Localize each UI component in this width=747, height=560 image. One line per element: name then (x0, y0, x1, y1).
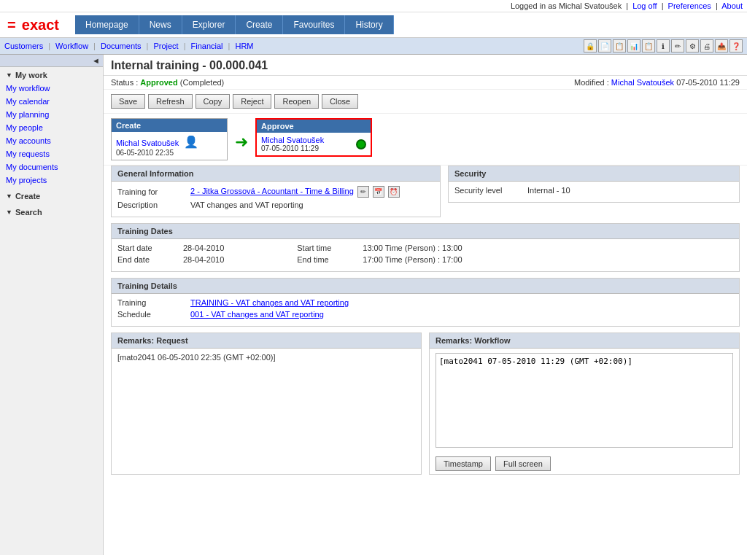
tb-icon-7[interactable]: ✏ (671, 39, 684, 52)
training-details-header: Training Details (112, 279, 739, 294)
description-label: Description (117, 201, 190, 209)
start-time-value: 13:00 Time (Person) : 13:00 (363, 244, 462, 252)
second-toolbar: Customers | Workflow | Documents | Proje… (0, 38, 747, 55)
tb-icon-6[interactable]: ℹ (657, 39, 670, 52)
remarks-workflow-panel: Remarks: Workflow Timestamp Full screen (429, 332, 740, 475)
remarks-workflow-body (430, 349, 739, 454)
calendar-icon[interactable]: 📅 (373, 186, 384, 198)
end-date-value: 28-04-2010 (183, 255, 224, 264)
security-header: Security (449, 166, 739, 182)
modified-date: 07-05-2010 11:29 (676, 78, 740, 87)
timestamp-button[interactable]: Timestamp (436, 456, 491, 471)
log-off-link[interactable]: Log off (632, 1, 657, 10)
training-name-link[interactable]: TRAINING - VAT changes and VAT reporting (190, 298, 349, 307)
sidebar-toggle[interactable]: ◄ (0, 55, 103, 67)
main-nav: Homepage News Explorer Create Favourites… (75, 15, 394, 34)
preferences-link[interactable]: Preferences (668, 1, 711, 10)
sidebar-item-my-workflow[interactable]: My workflow (0, 82, 103, 95)
sidebar-search-section: ▼ Search (0, 204, 103, 220)
dates-right: Start time 13:00 Time (Person) : 13:00 E… (297, 244, 462, 267)
save-button[interactable]: Save (111, 94, 145, 109)
sidebar-create-header[interactable]: ▼ Create (0, 190, 103, 203)
description-row: Description VAT changes and VAT reportin… (117, 201, 434, 209)
sidebar-item-my-documents[interactable]: My documents (0, 160, 103, 174)
remarks-request-body: [mato2041 06-05-2010 22:35 (GMT +02:00)] (112, 349, 421, 436)
approve-person-link[interactable]: Michal Svatoušek (261, 136, 324, 144)
logged-in-text: Logged in as Michal Svatoušek (511, 1, 622, 10)
edit-icon[interactable]: ✏ (357, 186, 369, 198)
training-dates-grid: Start date 28-04-2010 End date 28-04-201… (117, 244, 733, 267)
remarks-request-panel: Remarks: Request [mato2041 06-05-2010 22… (111, 332, 422, 475)
workflow-approve-person[interactable]: Michal Svatoušek (261, 136, 324, 144)
create-person-link[interactable]: Michal Svatoušek (116, 139, 179, 147)
general-security-row: General Information Training for 2 - Jit… (111, 166, 740, 217)
training-details-body: Training TRAINING - VAT changes and VAT … (112, 294, 739, 326)
person-icon: 👤 (184, 136, 198, 148)
end-time-value: 17:00 Time (Person) : 17:00 (363, 255, 462, 264)
tb-icon-1[interactable]: 🔒 (584, 39, 597, 52)
schedule-row: Schedule 001 - VAT changes and VAT repor… (117, 310, 733, 319)
create-label: Create (15, 192, 40, 201)
modified-by-link[interactable]: Michal Svatoušek (611, 78, 674, 87)
workflow-approve-date: 07-05-2010 11:29 (261, 144, 324, 152)
sidebar-item-my-people[interactable]: My people (0, 121, 103, 134)
documents-link[interactable]: Documents (101, 42, 142, 50)
logo-symbol: = (7, 17, 16, 33)
sidebar-my-work-header[interactable]: ▼ My work (0, 69, 103, 82)
nav-history[interactable]: History (345, 15, 393, 34)
close-button[interactable]: Close (322, 94, 358, 109)
refresh-button[interactable]: Refresh (148, 94, 193, 109)
remarks-workflow-textarea[interactable] (436, 353, 733, 448)
reject-button[interactable]: Reject (233, 94, 271, 109)
tb-icon-3[interactable]: 📋 (613, 39, 626, 52)
about-link[interactable]: About (721, 1, 743, 10)
nav-create[interactable]: Create (236, 15, 283, 34)
start-date-value: 28-04-2010 (183, 244, 224, 252)
project-link[interactable]: Project (153, 42, 178, 50)
tb-icon-4[interactable]: 📊 (627, 39, 640, 52)
status-left: Status : Approved (Completed) (111, 78, 224, 87)
general-info-section: General Information Training for 2 - Jit… (111, 166, 441, 217)
training-name-row: Training TRAINING - VAT changes and VAT … (117, 298, 733, 307)
tb-icon-5[interactable]: 📋 (642, 39, 655, 52)
sidebar-item-my-projects[interactable]: My projects (0, 174, 103, 187)
general-info-panel: General Information Training for 2 - Jit… (111, 166, 441, 217)
sep2: | (662, 1, 664, 10)
workflow-create-person[interactable]: Michal Svatoušek 👤 (116, 135, 222, 149)
tb-icon-8[interactable]: ⚙ (686, 39, 699, 52)
financial-link[interactable]: Financial (191, 42, 223, 50)
nav-explorer[interactable]: Explorer (182, 15, 236, 34)
sidebar-item-my-accounts[interactable]: My accounts (0, 134, 103, 147)
training-name-label: Training (117, 298, 190, 307)
training-for-link[interactable]: 2 - Jitka Grossová - Acountant - Time & … (190, 187, 354, 195)
copy-button[interactable]: Copy (196, 94, 231, 109)
workflow-link[interactable]: Workflow (55, 42, 88, 50)
sidebar-item-my-requests[interactable]: My requests (0, 147, 103, 160)
customers-link[interactable]: Customers (4, 42, 43, 50)
top-bar: Logged in as Michal Svatoušek | Log off … (0, 0, 747, 12)
tb-icon-10[interactable]: 📤 (715, 39, 728, 52)
workflow-create-box: Create Michal Svatoušek 👤 06-05-2010 22:… (111, 118, 228, 160)
status-bar: Status : Approved (Completed) Modified :… (104, 76, 747, 90)
hrm-link[interactable]: HRM (235, 42, 253, 50)
schedule-link[interactable]: 001 - VAT changes and VAT reporting (190, 310, 324, 319)
sidebar-search-header[interactable]: ▼ Search (0, 206, 103, 219)
approve-status-dot (356, 139, 366, 149)
nav-homepage[interactable]: Homepage (75, 15, 139, 34)
sidebar-item-my-planning[interactable]: My planning (0, 108, 103, 121)
training-dates-body: Start date 28-04-2010 End date 28-04-201… (112, 239, 739, 271)
clock-icon[interactable]: ⏰ (388, 186, 400, 198)
sidebar-item-my-calendar[interactable]: My calendar (0, 95, 103, 108)
tb-icon-9[interactable]: 🖨 (700, 39, 713, 52)
nav-news[interactable]: News (139, 15, 182, 34)
training-dates-header: Training Dates (112, 224, 739, 239)
tb-icon-11[interactable]: ❓ (729, 39, 743, 52)
remarks-row: Remarks: Request [mato2041 06-05-2010 22… (111, 332, 740, 475)
fullscreen-button[interactable]: Full screen (495, 456, 551, 471)
reopen-button[interactable]: Reopen (274, 94, 319, 109)
tb-icon-2[interactable]: 📄 (598, 39, 611, 52)
general-info-header: General Information (112, 166, 440, 182)
general-info-body: Training for 2 - Jitka Grossová - Acount… (112, 182, 440, 217)
nav-favourites[interactable]: Favourites (283, 15, 345, 34)
workflow-create-header: Create (112, 119, 227, 132)
